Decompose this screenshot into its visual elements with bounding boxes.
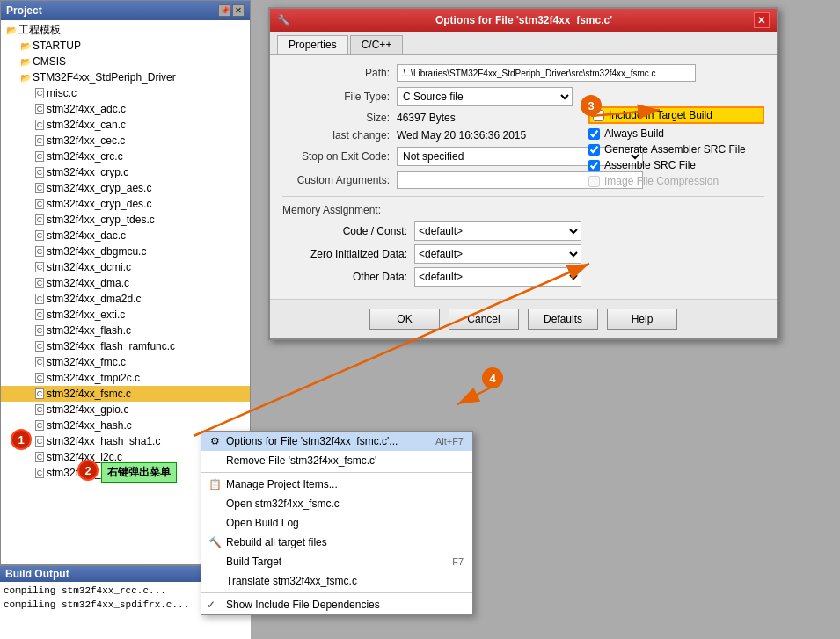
- menu-item-options[interactable]: ⚙ Options for File 'stm32f4xx_fsmc.c'...…: [201, 432, 472, 451]
- tree-item-misc[interactable]: Cmisc.c: [1, 85, 250, 101]
- menu-options-label: Options for File 'stm32f4xx_fsmc.c'...: [226, 435, 398, 447]
- panel-close-btn[interactable]: ✕: [232, 4, 245, 17]
- menu-item-open-log[interactable]: Open Build Log: [201, 513, 472, 533]
- memory-section: Memory Assignment: Code / Const: <defaul…: [282, 196, 764, 287]
- menu-build-label: Build Target: [226, 555, 281, 568]
- tree-icon-startup: 📂: [18, 39, 33, 53]
- options-dialog: 🔧 Options for File 'stm32f4xx_fsmc.c' ✕ …: [268, 7, 778, 340]
- ok-button[interactable]: OK: [369, 309, 440, 330]
- filetype-label: File Type:: [282, 91, 397, 103]
- tab-cpp[interactable]: C/C++: [350, 35, 404, 54]
- menu-open-label: Open stm32f4xx_fsmc.c: [226, 497, 340, 510]
- tree-item-flash_ram[interactable]: Cstm32f4xx_flash_ramfunc.c: [1, 338, 250, 354]
- tree-icon-cryp_tdes: C: [33, 213, 47, 227]
- tree-item-flash[interactable]: Cstm32f4xx_flash.c: [1, 323, 250, 338]
- tree-item-dma2d[interactable]: Cstm32f4xx_dma2d.c: [1, 291, 250, 307]
- tree-item-startup[interactable]: 📂STARTUP: [1, 38, 250, 54]
- tree-icon-hash: C: [33, 418, 47, 432]
- tree-item-dcmi[interactable]: Cstm32f4xx_dcmi.c: [1, 259, 250, 275]
- help-button[interactable]: Help: [607, 309, 677, 330]
- always-build-checkbox[interactable]: [588, 128, 600, 140]
- tree-item-cryp_tdes[interactable]: Cstm32f4xx_cryp_tdes.c: [1, 212, 250, 228]
- tree-item-dma[interactable]: Cstm32f4xx_dma.c: [1, 275, 250, 291]
- path-row: Path:: [282, 64, 764, 82]
- tree-item-fmc[interactable]: Cstm32f4xx_fmc.c: [1, 354, 250, 370]
- memory-label: Memory Assignment:: [282, 204, 764, 216]
- menu-item-remove[interactable]: Remove File 'stm32f4xx_fsmc.c': [201, 451, 472, 470]
- tree-label-adc: stm32f4xx_adc.c: [47, 103, 126, 115]
- path-input[interactable]: [397, 64, 696, 82]
- tree-icon-hash_sha1: C: [33, 434, 47, 448]
- tree-item-crc[interactable]: Cstm32f4xx_crc.c: [1, 149, 250, 164]
- tree-label-root: 工程模板: [18, 23, 61, 38]
- annotation-2-text: 右键弹出菜单: [101, 462, 177, 483]
- menu-item-show-deps[interactable]: ✓ Show Include File Dependencies: [201, 595, 472, 614]
- tree-item-cryp_aes[interactable]: Cstm32f4xx_cryp_aes.c: [1, 180, 250, 196]
- tree-item-gpio[interactable]: Cstm32f4xx_gpio.c: [1, 402, 250, 418]
- gear-icon: ⚙: [207, 433, 223, 449]
- tree-label-cmsis: CMSIS: [33, 55, 66, 68]
- annotation-4: 4: [482, 367, 503, 388]
- other-data-label: Other Data:: [282, 271, 414, 283]
- dialog-footer: OK Cancel Defaults Help: [270, 299, 777, 338]
- tree-item-dac[interactable]: Cstm32f4xx_dac.c: [1, 228, 250, 243]
- image-compress-checkbox: [588, 176, 600, 187]
- tree-item-can[interactable]: Cstm32f4xx_can.c: [1, 117, 250, 133]
- dialog-title-icon: 🔧: [277, 14, 290, 26]
- right-checkboxes: Include in Target Build Always Build Gen…: [588, 106, 764, 191]
- dialog-close-button[interactable]: ✕: [754, 12, 770, 28]
- tree-item-adc[interactable]: Cstm32f4xx_adc.c: [1, 101, 250, 117]
- tree-item-root[interactable]: 📂工程模板: [1, 22, 250, 38]
- tab-properties[interactable]: Properties: [277, 35, 348, 54]
- generate-asm-row: Generate Assembler SRC File: [588, 143, 764, 156]
- build-output-title-text: Build Output: [5, 568, 69, 580]
- menu-build-shortcut: F7: [452, 556, 464, 567]
- rebuild-icon: 🔨: [207, 534, 223, 550]
- project-panel-title: Project: [6, 4, 42, 17]
- filetype-select[interactable]: C Source file: [397, 87, 573, 106]
- manage-icon: 📋: [207, 476, 223, 492]
- code-const-select[interactable]: <default>: [414, 221, 581, 241]
- other-data-row: Other Data: <default>: [282, 267, 764, 287]
- zero-init-label: Zero Initialized Data:: [282, 248, 414, 260]
- menu-separator-1: [201, 472, 472, 473]
- tree-icon-cec: C: [33, 134, 47, 148]
- tree-label-dma2d: stm32f4xx_dma2d.c: [47, 293, 141, 305]
- dialog-tabs: Properties C/C++: [270, 32, 777, 55]
- cancel-button[interactable]: Cancel: [449, 309, 519, 330]
- assemble-src-checkbox[interactable]: [588, 160, 600, 171]
- tree-item-cryp[interactable]: Cstm32f4xx_cryp.c: [1, 164, 250, 180]
- annotation-2: 2: [77, 460, 99, 481]
- panel-pin-btn[interactable]: 📌: [218, 4, 230, 17]
- menu-item-rebuild[interactable]: 🔨 Rebuild all target files: [201, 533, 472, 552]
- menu-item-translate[interactable]: Translate stm32f4xx_fsmc.c: [201, 571, 472, 591]
- tree-item-fsmc[interactable]: Cstm32f4xx_fsmc.c: [1, 386, 250, 402]
- tree-label-cec: stm32f4xx_cec.c: [47, 134, 125, 147]
- tree-label-fmc: stm32f4xx_fmc.c: [47, 356, 126, 368]
- tree-item-dbgmcu[interactable]: Cstm32f4xx_dbgmcu.c: [1, 243, 250, 259]
- tree-item-cec[interactable]: Cstm32f4xx_cec.c: [1, 133, 250, 149]
- include-target-label: Include in Target Build: [609, 109, 712, 121]
- annotation-1: 1: [11, 429, 32, 450]
- tree-item-fmpi2c[interactable]: Cstm32f4xx_fmpi2c.c: [1, 370, 250, 386]
- checkmark-icon: ✓: [207, 599, 215, 611]
- other-data-select[interactable]: <default>: [414, 267, 581, 287]
- tree-item-cryp_des[interactable]: Cstm32f4xx_cryp_des.c: [1, 196, 250, 212]
- tree-label-crc: stm32f4xx_crc.c: [47, 150, 123, 163]
- tree-icon-can: C: [33, 118, 47, 132]
- tree-label-dbgmcu: stm32f4xx_dbgmcu.c: [47, 245, 146, 258]
- tree-item-stdperiph[interactable]: 📂STM32F4xx_StdPeriph_Driver: [1, 69, 250, 85]
- svg-line-3: [457, 387, 493, 404]
- zero-init-select[interactable]: <default>: [414, 244, 581, 264]
- menu-item-build[interactable]: Build Target F7: [201, 552, 472, 571]
- tree-icon-root: 📂: [4, 23, 18, 37]
- menu-item-manage[interactable]: 📋 Manage Project Items...: [201, 475, 472, 494]
- defaults-button[interactable]: Defaults: [528, 309, 598, 330]
- tree-item-exti[interactable]: Cstm32f4xx_exti.c: [1, 307, 250, 323]
- tree-label-fsmc: stm32f4xx_fsmc.c: [47, 388, 131, 400]
- generate-asm-label: Generate Assembler SRC File: [604, 143, 746, 156]
- tree-item-cmsis[interactable]: 📂CMSIS: [1, 54, 250, 69]
- menu-item-open[interactable]: Open stm32f4xx_fsmc.c: [201, 494, 472, 513]
- generate-asm-checkbox[interactable]: [588, 144, 600, 156]
- tree-label-exti: stm32f4xx_exti.c: [47, 309, 125, 321]
